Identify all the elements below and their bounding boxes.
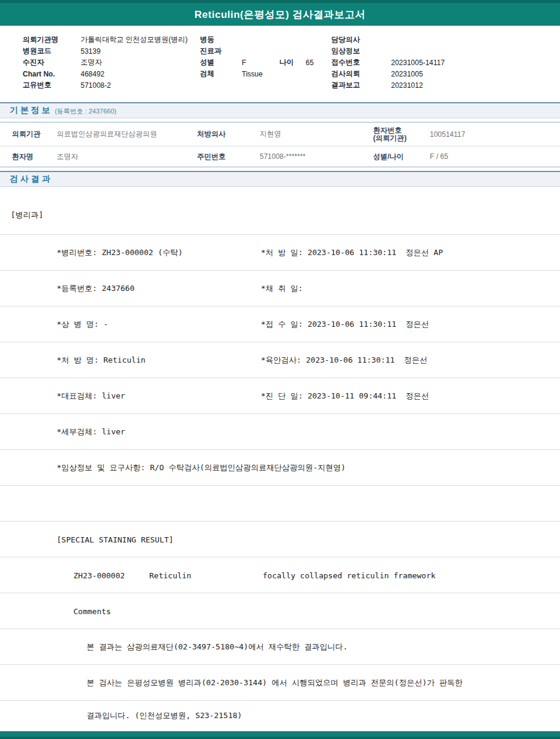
cell-label-requesting-org: 의뢰기관	[0, 129, 57, 139]
field-label: 검체	[200, 69, 242, 79]
field-row-requesting-org: 의뢰기관명 가톨릭대학교 인천성모병원(병리)	[23, 34, 187, 45]
patient-header-middle-column: 병동 진료과 성별 F 나이 65 검체 Tissue	[200, 34, 313, 79]
cell-value-requesting-org: 의료법인삼광의료재단삼광의원	[57, 129, 197, 139]
field-value: 20231005-14117	[391, 59, 445, 67]
field-value: 20231012	[391, 81, 423, 90]
result-left-text: *세부검체: liver	[57, 427, 125, 437]
cell-label-line2: (의뢰기관)	[373, 134, 430, 142]
field-label: 병원코드	[23, 46, 81, 56]
bottom-accent-strip	[0, 737, 560, 739]
field-label: 검사의뢰	[331, 69, 391, 79]
result-row-comments-label: Comments	[0, 593, 560, 629]
cell-label-line1: 환자번호	[373, 127, 430, 134]
result-row-order-name: *처 방 명: Reticulin *육안검사: 2023-10-06 11:3…	[0, 342, 560, 378]
cell-value-resident-no: 571008-*******	[260, 152, 373, 161]
result-row-comment-2: 본 검사는 은평성모병원 병리과(02-2030-3144) 에서 시행되었으며…	[0, 665, 560, 701]
cell-label-prescribing-doctor: 처방의사	[197, 129, 260, 139]
field-label: 수진자	[23, 57, 81, 68]
field-value: 468492	[81, 70, 104, 78]
field-value: 53139	[81, 47, 100, 56]
field-value: 65	[306, 59, 313, 67]
field-label: 담당의사	[331, 35, 391, 45]
basic-info-table: 의뢰기관 의료법인삼광의료재단삼광의원 처방의사 지현영 환자번호 (의뢰기관)…	[0, 122, 560, 167]
result-right-text: *접 수 일: 2023-10-06 11:30:11 정은선	[261, 319, 429, 330]
cell-value-patient-no: 100514117	[430, 130, 560, 139]
field-label: 진료과	[200, 46, 242, 56]
field-row-attending-doctor: 담당의사	[331, 34, 445, 45]
field-label: 나이	[279, 57, 306, 68]
cell-label-resident-no: 주민번호	[197, 152, 260, 162]
bottom-accent-bar	[0, 731, 560, 737]
field-row-patient: 수진자 조명자	[23, 57, 187, 68]
cell-value-patient-name: 조명자	[57, 152, 197, 162]
stain-result: focally collapsed reticulin framework	[263, 571, 436, 579]
result-row-main-specimen: *대표검체: liver *진 단 일: 2023-10-11 09:44:11…	[0, 378, 560, 414]
field-label: 병동	[200, 35, 242, 45]
field-label: 의뢰기관명	[23, 35, 81, 45]
result-row-comment-1: 본 결과는 삼광의료재단(02-3497-5180~4)에서 재수탁한 결과입니…	[0, 629, 560, 665]
field-row-hospital-code: 병원코드 53139	[23, 45, 187, 57]
department-label: [병리과]	[11, 210, 44, 220]
field-row-clinical-info: 임상정보	[331, 45, 445, 57]
field-label: Chart No.	[23, 70, 81, 78]
cell-label-patient-no: 환자번호 (의뢰기관)	[373, 127, 430, 142]
lab-report-page: Reticulin(은평성모) 검사결과보고서 의뢰기관명 가톨릭대학교 인천성…	[0, 0, 560, 739]
basic-info-section-bar: 기 본 정 보 (등록번호 : 2437660)	[0, 102, 560, 118]
field-row-accession-no: 접수번호 20231005-14117	[331, 57, 445, 68]
field-value: 20231005	[391, 70, 423, 78]
field-label: 성별	[200, 57, 242, 68]
cell-label-sex-age: 성별/나이	[373, 153, 430, 161]
stain-name: Reticulin	[149, 571, 191, 579]
patient-header-left-column: 의뢰기관명 가톨릭대학교 인천성모병원(병리) 병원코드 53139 수진자 조…	[23, 34, 187, 91]
result-row-comment-3: 결과입니다. (인천성모병원, S23-21518)	[0, 701, 560, 731]
patient-header: 의뢰기관명 가톨릭대학교 인천성모병원(병리) 병원코드 53139 수진자 조…	[0, 26, 560, 102]
result-row-clinical-request: *임상정보 및 요구사항: R/O 수탁검사(의료법인삼광의료재단삼광의원-지현…	[0, 450, 560, 486]
table-row: 의뢰기관 의료법인삼광의료재단삼광의원 처방의사 지현영 환자번호 (의뢰기관)…	[0, 122, 560, 146]
result-row-sub-specimen: *세부검체: liver	[0, 414, 560, 450]
result-left-text: *대표검체: liver	[57, 391, 125, 401]
field-row-chart-no: Chart No. 468492	[23, 68, 187, 79]
report-title: Reticulin(은평성모) 검사결과보고서	[195, 8, 365, 22]
cell-value-prescribing-doctor: 지현영	[260, 129, 373, 139]
field-row-unique-no: 고유번호 571008-2	[23, 79, 187, 91]
comments-label: Comments	[73, 606, 111, 615]
field-row-ward: 병동	[200, 34, 313, 45]
field-label: 접수번호	[331, 57, 391, 68]
field-value: F	[242, 59, 279, 67]
result-row-department: [병리과]	[0, 187, 560, 235]
field-row-department: 진료과	[200, 45, 313, 57]
result-right-text: *처 방 일: 2023-10-06 11:30:11 정은선 AP	[261, 247, 443, 258]
result-row-empty	[0, 486, 560, 522]
field-label: 임상정보	[331, 46, 391, 56]
report-title-bar: Reticulin(은평성모) 검사결과보고서	[0, 3, 560, 26]
comment-line: 결과입니다. (인천성모병원, S23-21518)	[87, 710, 242, 721]
basic-info-title: 기 본 정 보	[10, 105, 50, 116]
staining-section-title: [SPECIAL STAINING RESULT]	[57, 535, 174, 544]
table-row: 환자명 조명자 주민번호 571008-******* 성별/나이 F / 65	[0, 146, 560, 167]
field-value: 가톨릭대학교 인천성모병원(병리)	[81, 35, 187, 45]
result-left-text: *임상정보 및 요구사항: R/O 수탁검사(의료법인삼광의료재단삼광의원-지현…	[57, 462, 346, 473]
result-left-text: *등록번호: 2437660	[57, 283, 134, 294]
result-right-text: *채 취 일:	[261, 283, 303, 294]
result-right-text: *육안검사: 2023-10-06 11:30:11 정은선	[261, 355, 427, 366]
field-label: 결과보고	[331, 80, 391, 90]
result-right-text: *진 단 일: 2023-10-11 09:44:11 정은선	[261, 391, 429, 401]
field-row-request-date: 검사의뢰 20231005	[331, 68, 445, 79]
field-value: 조명자	[81, 57, 102, 68]
cell-label-patient-name: 환자명	[0, 152, 57, 162]
field-row-sex-age: 성별 F 나이 65	[200, 57, 313, 68]
patient-header-right-column: 담당의사 임상정보 접수번호 20231005-14117 검사의뢰 20231…	[331, 34, 445, 91]
result-left-text: *상 병 명: -	[57, 319, 108, 330]
comment-line: 본 검사는 은평성모병원 병리과(02-2030-3144) 에서 시행되었으며…	[87, 677, 463, 688]
cell-value-sex-age: F / 65	[430, 152, 560, 161]
result-left-text: *병리번호: ZH23-000002 (수탁)	[57, 247, 183, 258]
field-value: 571008-2	[81, 81, 111, 90]
result-row-diagnosis-name: *상 병 명: - *접 수 일: 2023-10-06 11:30:11 정은…	[0, 306, 560, 342]
results-body: [병리과] *병리번호: ZH23-000002 (수탁) *처 방 일: 20…	[0, 187, 560, 731]
stain-code: ZH23-000002	[73, 571, 125, 579]
result-row-staining-result: ZH23-000002 Reticulin focally collapsed …	[0, 557, 560, 593]
result-left-text: *처 방 명: Reticulin	[57, 355, 146, 366]
basic-info-registration-note: (등록번호 : 2437660)	[55, 106, 116, 116]
field-row-specimen: 검체 Tissue	[200, 68, 313, 79]
results-title: 검 사 결 과	[10, 174, 50, 185]
